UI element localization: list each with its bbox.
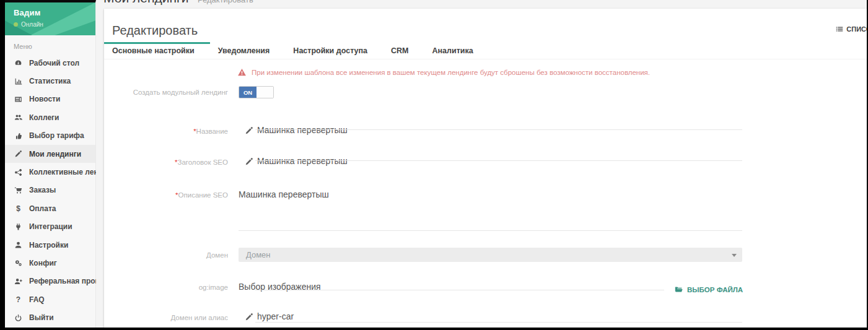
menu-section-label: Меню: [5, 35, 95, 54]
sidebar-item-orders[interactable]: Заказы: [5, 181, 95, 199]
sidebar-item-label: Коллеги: [29, 113, 59, 122]
sidebar-item-label: Выбор тарифа: [29, 131, 84, 140]
template-warning: При изменении шаблона все изменения в ва…: [237, 68, 650, 77]
sidebar-item-settings[interactable]: Настройки: [5, 236, 95, 254]
tab-main-settings[interactable]: Основные настройки: [104, 42, 210, 59]
name-label: *Название: [104, 128, 228, 135]
sidebar-item-label: FAQ: [29, 295, 45, 304]
sidebar-item-label: Конфиг: [29, 259, 57, 267]
sidebar-item-label: Новости: [29, 95, 60, 103]
sidebar-item-label: Оплата: [29, 204, 56, 213]
sidebar-item-colleagues[interactable]: Коллеги: [5, 108, 95, 126]
breadcrumb: Редактировать: [198, 0, 253, 4]
colleagues-icon: [14, 113, 23, 122]
choose-file-button[interactable]: ВЫБОР ФАЙЛА: [674, 285, 743, 293]
folder-open-icon: [674, 285, 683, 293]
main-content: Мои лендинги Редактировать Редактировать…: [96, 0, 867, 328]
list-button-label: СПИСОК: [846, 25, 867, 33]
edit-pencil-icon: [245, 157, 253, 166]
gears-icon: [14, 258, 23, 267]
sidebar-item-referral-program[interactable]: Реферальная программа: [5, 272, 95, 290]
toggle-off-area: [256, 87, 273, 98]
domain-alias-label: Домен или алиас: [104, 314, 228, 321]
sidebar-item-label: Интеграции: [29, 222, 72, 231]
page-title: Мои лендинги: [103, 0, 188, 5]
news-icon: [14, 95, 23, 104]
user-status-label: Онлайн: [21, 21, 43, 28]
tab-crm[interactable]: CRM: [383, 42, 424, 59]
sidebar-item-label: Мои лендинги: [29, 150, 81, 158]
page-heading: Мои лендинги Редактировать: [103, 0, 253, 6]
user-name: Вадим: [14, 8, 95, 17]
modular-landing-toggle[interactable]: ON: [239, 86, 274, 98]
seo-description-label: *Описание SEO: [104, 191, 228, 199]
online-status-icon: [14, 22, 18, 27]
seo-title-label: *Заголовок SEO: [104, 158, 228, 166]
sidebar-item-news[interactable]: Новости: [5, 90, 95, 108]
sidebar-item-payment[interactable]: $ Оплата: [5, 199, 95, 217]
chevron-down-icon: [732, 254, 737, 257]
user-icon: [14, 240, 23, 250]
pencil-icon: [14, 149, 23, 158]
question-icon: ?: [14, 295, 23, 304]
modular-toggle-label: Создать модульный лендинг: [104, 89, 228, 96]
seo-description-textarea[interactable]: Машинка перевертыш: [239, 189, 329, 199]
dollar-icon: $: [14, 204, 23, 213]
og-image-label: og:image: [104, 284, 228, 291]
edit-card: Редактировать СПИСОК Основные настройки …: [104, 9, 867, 328]
domain-label: Домен: [104, 251, 228, 259]
sidebar-item-collective-landings[interactable]: Коллективные лендинги: [5, 163, 95, 181]
warning-text: При изменении шаблона все изменения в ва…: [252, 69, 650, 76]
sidebar-item-label: Рабочий стол: [29, 59, 79, 67]
sidebar-item-label: Статистика: [29, 77, 71, 85]
edit-pencil-icon: [245, 313, 253, 321]
bar-chart-icon: [14, 77, 23, 86]
choose-file-label: ВЫБОР ФАЙЛА: [687, 286, 743, 293]
list-icon: [836, 25, 843, 33]
tab-notifications[interactable]: Уведомления: [210, 42, 286, 59]
user-status: Онлайн: [14, 21, 95, 28]
tab-analytics[interactable]: Аналитика: [424, 42, 489, 59]
list-button[interactable]: СПИСОК: [836, 25, 867, 33]
user-panel: Вадим Онлайн: [5, 2, 95, 35]
tab-bar: Основные настройки Уведомления Настройки…: [104, 42, 867, 59]
tab-access-settings[interactable]: Настройки доступа: [285, 42, 383, 59]
thumbs-up-icon: [14, 131, 23, 141]
sidebar-item-statistics[interactable]: Статистика: [5, 72, 95, 90]
sidebar-item-label: Выйти: [29, 313, 54, 322]
toggle-on-label: ON: [239, 87, 256, 98]
domain-select[interactable]: Домен: [239, 248, 742, 262]
dashboard-icon: [14, 58, 23, 67]
sidebar-item-label: Настройки: [29, 241, 68, 250]
sidebar-item-integrations[interactable]: Интеграции: [5, 218, 95, 236]
edit-pencil-icon: [245, 126, 253, 135]
card-title: Редактировать: [112, 24, 198, 38]
sidebar-item-config[interactable]: Конфиг: [5, 254, 95, 272]
sidebar-item-my-landings[interactable]: Мои лендинги: [5, 145, 95, 163]
name-input[interactable]: Машинка перевертыш: [257, 125, 348, 135]
sidebar-item-label: Заказы: [29, 186, 56, 194]
seo-title-input[interactable]: Машинка перевертыш: [257, 156, 348, 166]
share-icon: [14, 168, 23, 177]
sidebar-item-faq[interactable]: ? FAQ: [5, 290, 95, 308]
sidebar-item-tariff[interactable]: Выбор тарифа: [5, 127, 95, 145]
sidebar-item-logout[interactable]: Выйти: [5, 308, 95, 326]
app-window: Вадим Онлайн Меню Рабочий стол Статистик…: [5, 0, 867, 328]
domain-alias-input[interactable]: hyper-car: [257, 311, 294, 321]
warning-icon: [237, 68, 247, 77]
cart-icon: [14, 186, 23, 195]
domain-select-placeholder: Домен: [246, 250, 271, 259]
user-plus-icon: [14, 277, 23, 286]
plug-icon: [14, 222, 23, 232]
power-icon: [14, 313, 23, 323]
sidebar: Вадим Онлайн Меню Рабочий стол Статистик…: [5, 0, 96, 328]
sidebar-item-dashboard[interactable]: Рабочий стол: [5, 54, 95, 72]
